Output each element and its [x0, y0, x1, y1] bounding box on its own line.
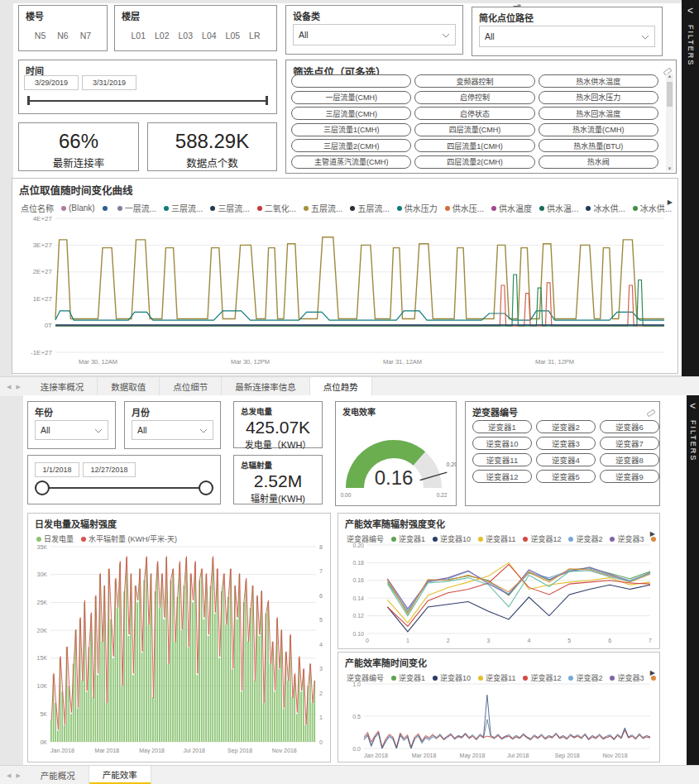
legend-label: 供水压... [452, 202, 484, 214]
point-filter-button[interactable]: 主管道蒸汽流量(CMH) [291, 155, 411, 169]
point-filter-button[interactable]: 三层流量2(CMH) [291, 139, 411, 152]
svg-text:May 2018: May 2018 [139, 748, 165, 754]
inverter-button[interactable]: 逆变器7 [600, 437, 659, 450]
slider-handle-end[interactable] [199, 480, 213, 495]
point-filter-button[interactable]: 三层流量1(CMH) [291, 123, 411, 136]
date-start-input[interactable]: 1/1/2018 [35, 462, 79, 477]
slicer-option[interactable]: N5 [35, 31, 45, 41]
legend-next-icon[interactable]: ▶ [668, 198, 673, 206]
slider-handle-end[interactable] [266, 96, 268, 105]
tab-最新连接率信息[interactable]: 最新连接率信息 [222, 377, 310, 396]
dashboard: ⋯ 楼号 N5N6N7 楼层 L01L02L03L04L05LR 设备类 All… [0, 0, 699, 784]
legend-next-icon[interactable]: ▶ [650, 669, 655, 676]
point-filter-button[interactable]: 热水回水压力 [539, 91, 658, 104]
data-points-label: 数据点个数 [148, 155, 276, 170]
point-filter-button[interactable] [291, 74, 411, 88]
slicer-option[interactable]: N7 [80, 31, 91, 41]
inverter-button[interactable]: 逆变器5 [536, 470, 596, 483]
slicer-option[interactable]: L04 [202, 31, 217, 41]
inverter-button[interactable]: 逆变器6 [600, 420, 659, 433]
svg-text:1: 1 [319, 715, 323, 720]
inverter-button[interactable]: 逆变器10 [472, 437, 532, 450]
svg-text:0.12: 0.12 [352, 613, 364, 619]
legend-item[interactable]: (Blank) [61, 203, 95, 213]
next-page-icon[interactable]: ▶ [16, 772, 20, 779]
inverter-button[interactable]: 逆变器3 [536, 437, 596, 450]
inverter-button[interactable]: 逆变器1 [472, 420, 532, 433]
tab-点位趋势[interactable]: 点位趋势 [310, 377, 372, 396]
slicer-option[interactable]: N6 [57, 31, 68, 41]
time-range-slider[interactable] [27, 100, 268, 102]
legend-item[interactable]: 二氧化... [257, 202, 296, 214]
inverter-button[interactable]: 逆变器8 [600, 453, 659, 466]
legend-item[interactable]: 供水压... [445, 202, 484, 214]
scroll-down-icon[interactable]: ▼ [666, 166, 673, 171]
slicer-option[interactable]: LR [249, 31, 260, 41]
legend-next-icon[interactable]: ▶ [650, 530, 655, 538]
legend-item[interactable]: 五层流... [350, 202, 389, 214]
tab-产能效率[interactable]: 产能效率 [89, 766, 151, 784]
legend-item[interactable]: 五层流... [304, 202, 342, 214]
slicer-option[interactable]: L05 [226, 31, 241, 41]
slider-handle-start[interactable] [27, 96, 30, 105]
point-filter-button[interactable]: 四层流量2(CMH) [414, 155, 534, 169]
time-end-input[interactable]: 3/31/2019 [82, 75, 136, 90]
inverter-button[interactable]: 逆变器9 [600, 470, 659, 483]
legend-item[interactable]: 供水温... [539, 202, 578, 214]
point-filter-button[interactable]: 启停状态 [414, 107, 534, 120]
point-filter-button[interactable]: 一层流量(CMH) [291, 91, 411, 104]
legend-item[interactable]: 一层流... [117, 202, 156, 214]
device-type-dropdown[interactable]: All [293, 24, 456, 45]
legend-item[interactable]: 冰水供... [586, 202, 625, 214]
legend-item[interactable]: 供水压力 [397, 202, 438, 214]
legend-item[interactable]: 供水温度 [491, 202, 532, 214]
date-end-input[interactable]: 12/27/2018 [83, 462, 136, 477]
time-start-input[interactable]: 3/29/2019 [24, 75, 79, 90]
expand-filters-icon[interactable]: < [687, 5, 693, 17]
legend-item[interactable] [103, 206, 110, 211]
slicer-option[interactable]: L02 [155, 31, 170, 41]
expand-filters-icon[interactable]: < [690, 400, 696, 412]
page-nav-arrows: ◀ ▶ [0, 377, 27, 396]
prev-page-icon[interactable]: ◀ [7, 384, 11, 390]
path-dropdown[interactable]: All [479, 26, 655, 47]
prev-page-icon[interactable]: ◀ [7, 772, 11, 779]
path-value: All [485, 31, 495, 41]
slider-handle-start[interactable] [35, 480, 50, 495]
point-filter-button[interactable]: 热水供水温度 [539, 74, 658, 88]
slicer-option[interactable]: L03 [179, 31, 194, 41]
month-slicer: 月份 All [124, 401, 221, 449]
legend-item[interactable]: 冰水供... [633, 202, 672, 214]
clear-selections-icon[interactable] [647, 405, 655, 420]
next-page-icon[interactable]: ▶ [16, 384, 20, 390]
inverter-button[interactable]: 逆变器12 [472, 470, 532, 483]
point-filter-button[interactable]: 热水回水温度 [539, 107, 658, 120]
point-filter-button[interactable]: 变频器控制 [414, 74, 534, 88]
scrollbar-thumb[interactable] [667, 82, 673, 107]
point-filter-button[interactable]: 热水阀 [539, 155, 658, 169]
date-range-slider[interactable] [41, 487, 208, 489]
inverter-button[interactable]: 逆变器11 [472, 453, 532, 466]
scroll-up-icon[interactable]: ▲ [666, 74, 673, 79]
point-filter-button[interactable]: 四层流量1(CMH) [414, 139, 534, 152]
year-dropdown[interactable]: All [35, 420, 108, 440]
point-filter-button[interactable]: 热水热量(BTU) [539, 139, 658, 152]
tab-产能概况[interactable]: 产能概况 [27, 766, 89, 784]
point-filter-scrollbar[interactable]: ▲ ▼ [666, 74, 673, 171]
tab-点位细节[interactable]: 点位细节 [160, 377, 222, 396]
legend-dot-icon [610, 537, 615, 542]
point-filter-button[interactable]: 三层流量(CMH) [291, 107, 411, 120]
inverter-button[interactable]: 逆变器4 [536, 453, 596, 466]
tab-数据取值[interactable]: 数据取值 [98, 377, 160, 396]
inverter-button[interactable]: 逆变器2 [536, 420, 596, 433]
point-filter-button[interactable]: 热水流量(CMH) [539, 123, 658, 136]
slicer-option[interactable]: L01 [131, 31, 146, 41]
legend-item[interactable]: 三层流... [164, 202, 203, 214]
point-filter-button[interactable]: 四层流量(CMH) [414, 123, 534, 136]
svg-text:10K: 10K [37, 683, 48, 689]
point-filter-button[interactable]: 启停控制 [414, 91, 534, 104]
legend-item[interactable]: 三层流... [210, 202, 249, 214]
month-dropdown[interactable]: All [132, 420, 213, 440]
tab-连接率概况[interactable]: 连接率概况 [27, 377, 98, 396]
svg-text:Jul 2018: Jul 2018 [507, 753, 529, 758]
